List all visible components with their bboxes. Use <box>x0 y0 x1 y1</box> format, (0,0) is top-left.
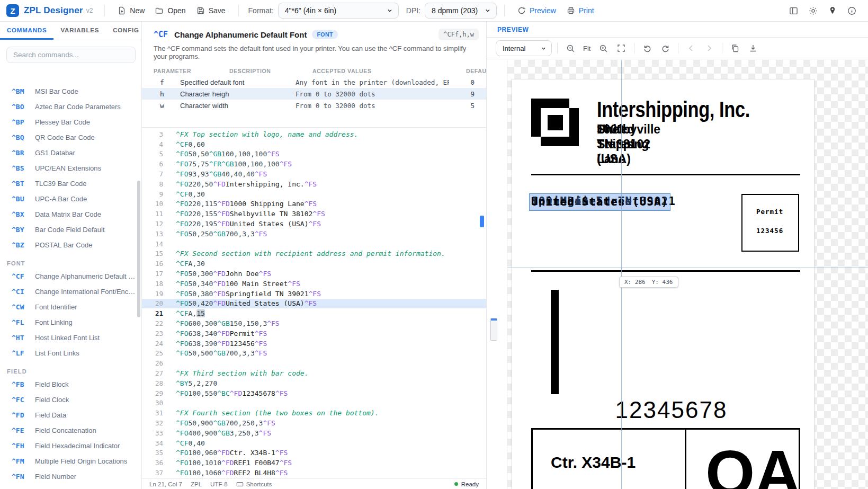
tab-commands[interactable]: COMMANDS <box>0 22 53 40</box>
sidebar-item-fb[interactable]: ^FBField Block <box>0 377 141 392</box>
code-line[interactable]: 26 <box>142 358 486 368</box>
zoom-in-button[interactable] <box>596 41 611 56</box>
preview-canvas[interactable]: Intershipping, Inc. 1000 Shipping LaneSh… <box>487 60 868 489</box>
sidebar-item-fe[interactable]: ^FEField Concatenation <box>0 423 141 438</box>
tab-variables[interactable]: VARIABLES <box>53 22 106 40</box>
code-token: ^FX Second section with recipient addres… <box>176 250 445 257</box>
sidebar-item-bx[interactable]: ^BXData Matrix Bar Code <box>0 207 141 222</box>
sidebar-item-bp[interactable]: ^BPPlessey Bar Code <box>0 114 141 130</box>
code-line[interactable]: 20^FO50,420^FDUnited States (USA)^FS <box>142 299 486 309</box>
undo-button[interactable] <box>640 41 655 56</box>
code-line[interactable]: 22^FO600,300^GB150,150,3^FS <box>142 318 486 328</box>
code-line[interactable]: 37^FO100,1060^FDREF2 BL4H8^FS <box>142 468 486 478</box>
sidebar-item-bs[interactable]: ^BSUPC/EAN Extensions <box>0 161 141 176</box>
download-button[interactable] <box>746 41 760 56</box>
panel-layout-icon[interactable] <box>789 6 798 15</box>
open-button[interactable]: Open <box>150 3 191 18</box>
code-line[interactable]: 31^FX Fourth section (the two boxes on t… <box>142 408 486 418</box>
selected-field[interactable]: United States (USA) <box>530 194 670 210</box>
code-line[interactable]: 11^FO220,155^FDShelbyville TN 38102^FS <box>142 209 486 219</box>
sidebar-item-br[interactable]: ^BRGS1 Databar <box>0 145 141 161</box>
code-line[interactable]: 32^FO50,900^GB700,250,3^FS <box>142 418 486 428</box>
next-page-button[interactable] <box>702 41 717 56</box>
sidebar-scrollbar[interactable] <box>137 181 140 317</box>
preview-source-select[interactable]: Internal <box>496 40 552 56</box>
code-line[interactable]: 19^FO50,380^FDSpringfield TN 39021^FS <box>142 289 486 299</box>
theme-sun-icon[interactable] <box>809 6 818 15</box>
code-line[interactable]: 18^FO50,340^FD100 Main Street^FS <box>142 279 486 289</box>
code-token: ^FO <box>176 319 188 327</box>
code-line[interactable]: 8^FO220,50^FDIntershipping, Inc.^FS <box>142 179 486 189</box>
search-input[interactable] <box>6 47 136 63</box>
prev-page-button[interactable] <box>684 41 699 56</box>
preview-scrollbar-thumb[interactable] <box>490 318 497 341</box>
code-line[interactable]: 25^FO50,500^GB700,3,3^FS <box>142 349 486 359</box>
sidebar-item-cw[interactable]: ^CWFont Identifier <box>0 299 141 315</box>
copy-button[interactable] <box>728 41 742 56</box>
save-button[interactable]: Save <box>191 3 231 18</box>
code-line[interactable]: 29^FO100,550^BC^FD12345678^FS <box>142 388 486 398</box>
sidebar-item-bo[interactable]: ^BOAztec Bar Code Parameters <box>0 99 141 114</box>
sidebar-item-bq[interactable]: ^BQQR Code Bar Code <box>0 130 141 145</box>
print-button[interactable]: Print <box>561 3 599 18</box>
code-line[interactable]: 10^FO220,115^FD1000 Shipping Lane^FS <box>142 199 486 209</box>
code-line[interactable]: 3^FX Top section with logo, name and add… <box>142 129 486 139</box>
sidebar-item-bt[interactable]: ^BTTLC39 Bar Code <box>0 176 141 191</box>
zoom-out-button[interactable] <box>563 41 578 56</box>
editor-scroll-marker[interactable] <box>480 216 484 227</box>
fit-button[interactable]: Fit <box>581 45 593 52</box>
code-line[interactable]: 36^FO100,1010^FDREF1 F00B47^FS <box>142 458 486 468</box>
sidebar-item-fl[interactable]: ^FLFont Linking <box>0 315 141 330</box>
code-line[interactable]: 23^FO638,340^FDPermit^FS <box>142 328 486 339</box>
sidebar-item-cf[interactable]: ^CFChange Alphanumeric Default … <box>0 269 141 284</box>
doc-table-row[interactable]: hCharacter heighFrom 0 to 32000 dots9 <box>142 88 486 100</box>
code-line[interactable]: 35^FO100,960^FDCtr. X34B-1^FS <box>142 448 486 458</box>
code-line[interactable]: 30 <box>142 398 486 408</box>
code-line[interactable]: 24^FO638,390^FD123456^FS <box>142 339 486 349</box>
code-line[interactable]: 17^FO50,300^FDJohn Doe^FS <box>142 269 486 279</box>
code-token: ^FO <box>176 170 188 178</box>
sidebar-item-fm[interactable]: ^FMMultiple Field Origin Locations <box>0 454 141 469</box>
new-button[interactable]: New <box>112 3 150 18</box>
sidebar-item-fh[interactable]: ^FHField Hexadecimal Indicator <box>0 438 141 454</box>
pin-icon[interactable] <box>828 6 837 15</box>
code-line[interactable]: 5^FO50,50^GB100,100,100^FS <box>142 149 486 159</box>
doc-table-row[interactable]: wCharacter widthFrom 0 to 32000 dots5 <box>142 100 486 111</box>
preview-button[interactable]: Preview <box>512 3 561 18</box>
code-line[interactable]: 14 <box>142 239 486 249</box>
code-line[interactable]: 13^FO50,250^GB700,3,3^FS <box>142 229 486 239</box>
code-line[interactable]: 21^CFA,15 <box>142 308 486 318</box>
sidebar-item-by[interactable]: ^BYBar Code Field Default <box>0 222 141 237</box>
shortcuts-button[interactable]: Shortcuts <box>236 481 272 488</box>
sidebar-item-fc[interactable]: ^FCField Clock <box>0 392 141 407</box>
code-editor[interactable]: 3^FX Top section with logo, name and add… <box>142 128 486 478</box>
dpi-select[interactable]: 8 dpmm (203) <box>425 3 497 19</box>
code-line[interactable]: 28^BY5,2,270 <box>142 378 486 388</box>
code-line[interactable]: 33^FO400,900^GB3,250,3^FS <box>142 428 486 438</box>
code-line[interactable]: 27^FX Third section with bar code. <box>142 368 486 378</box>
code-line[interactable]: 4^CF0,60 <box>142 139 486 149</box>
fullscreen-icon[interactable] <box>614 41 629 56</box>
code-token: 50,340 <box>188 280 213 288</box>
redo-button[interactable] <box>658 41 673 56</box>
sidebar-item-bm[interactable]: ^BMMSI Bar Code <box>0 84 141 99</box>
sidebar-item-lf[interactable]: ^LFList Font Links <box>0 345 141 361</box>
tab-config[interactable]: CONFIG <box>106 22 142 40</box>
sidebar-item-bu[interactable]: ^BUUPC-A Bar Code <box>0 191 141 207</box>
code-token: 638,340 <box>188 330 217 337</box>
sidebar-item-fn[interactable]: ^FNField Number <box>0 469 141 484</box>
code-line[interactable]: 12^FO220,195^FDUnited States (USA)^FS <box>142 219 486 229</box>
code-line[interactable]: 34^CF0,40 <box>142 438 486 448</box>
code-line[interactable]: 7^FO93,93^GB40,40,40^FS <box>142 169 486 179</box>
format-select[interactable]: 4"*6" (4in × 6in) <box>278 3 399 19</box>
code-line[interactable]: 16^CFA,30 <box>142 259 486 269</box>
code-line[interactable]: 9^CF0,30 <box>142 189 486 199</box>
code-line[interactable]: 6^FO75,75^FR^GB100,100,100^FS <box>142 159 486 169</box>
info-icon[interactable] <box>847 6 856 15</box>
code-line[interactable]: 15^FX Second section with recipient addr… <box>142 249 486 259</box>
doc-table-row[interactable]: fSpecified default fontAny font in the p… <box>142 76 486 88</box>
sidebar-item-fd[interactable]: ^FDField Data <box>0 407 141 423</box>
sidebar-item-bz[interactable]: ^BZPOSTAL Bar Code <box>0 237 141 253</box>
sidebar-item-ci[interactable]: ^CIChange International Font/Enc… <box>0 284 141 299</box>
sidebar-item-ht[interactable]: ^HTHost Linked Font List <box>0 330 141 345</box>
